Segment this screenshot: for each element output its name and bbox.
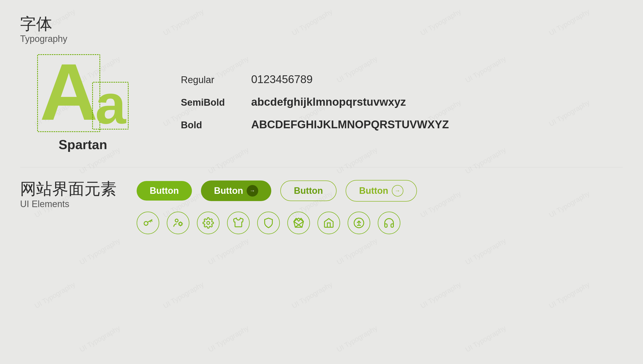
gear-settings-icon[interactable] <box>197 212 220 234</box>
letter-a-small: a <box>95 74 126 135</box>
typography-body: A a Spartan Regular 0123456789 SemiBold … <box>20 52 623 152</box>
font-name-label: Spartan <box>59 137 107 152</box>
specimen-text-regular: 0123456789 <box>251 73 313 86</box>
button-label-3: Button <box>294 186 323 196</box>
weight-label-regular: Regular <box>181 75 236 85</box>
ui-content-block: Button Button → Button Button → <box>137 180 623 234</box>
button-label-4: Button <box>359 186 388 196</box>
letter-a-big: A <box>40 47 95 137</box>
headphones-icon[interactable] <box>378 212 400 234</box>
specimen-row-regular: Regular 0123456789 <box>181 73 449 86</box>
svg-point-4 <box>175 219 178 222</box>
home-icon[interactable] <box>317 212 340 234</box>
letter-a-big-wrap: A <box>40 52 95 132</box>
specimen-row-semibold: SemiBold abcdefghijklmnopqrstuvwxyz <box>181 96 449 108</box>
svg-point-0 <box>144 222 148 225</box>
upload-icon[interactable] <box>348 212 370 234</box>
specimen-text-semibold: abcdefghijklmnopqrstuvwxyz <box>251 96 406 108</box>
font-display: A a Spartan <box>20 52 146 152</box>
svg-line-3 <box>150 221 151 222</box>
jersey-icon[interactable] <box>227 212 250 234</box>
button-outline-green-arrow[interactable]: Button → <box>346 180 417 202</box>
ui-title-cn: 网站界面元素 <box>20 180 117 198</box>
specimen-text-bold: ABCDEFGHIJKLMNOPQRSTUVWXYZ <box>251 118 449 131</box>
typography-title-en: Typography <box>20 34 623 44</box>
users-settings-icon[interactable] <box>167 212 189 234</box>
svg-point-6 <box>207 222 210 225</box>
ui-label-block: 网站界面元素 UI Elements <box>20 180 117 209</box>
button-label-1: Button <box>150 186 179 196</box>
buttons-row: Button Button → Button Button → <box>137 180 623 202</box>
gem-icon[interactable] <box>287 212 310 234</box>
ui-title-en: UI Elements <box>20 199 117 209</box>
typography-title-cn: 字体 <box>20 15 623 33</box>
section-divider <box>20 167 623 167</box>
svg-line-2 <box>151 221 152 222</box>
font-specimens: Regular 0123456789 SemiBold abcdefghijkl… <box>181 73 449 131</box>
weight-label-semibold: SemiBold <box>181 97 236 108</box>
big-letters: A a <box>40 52 126 132</box>
typography-header: 字体 Typography <box>20 15 623 44</box>
key-icon[interactable] <box>137 212 159 234</box>
button-filled-green-arrow[interactable]: Button → <box>201 180 271 201</box>
ui-elements-section: 网站界面元素 UI Elements Button Button → Butto… <box>20 180 623 234</box>
weight-label-bold: Bold <box>181 120 236 131</box>
arrow-circle-outline: → <box>392 185 403 197</box>
button-filled-green[interactable]: Button <box>137 181 192 201</box>
button-label-2: Button <box>214 186 243 196</box>
letter-a-small-wrap: a <box>95 77 126 132</box>
shield-icon[interactable] <box>257 212 280 234</box>
arrow-circle-filled: → <box>247 185 258 197</box>
icons-row <box>137 212 623 234</box>
specimen-row-bold: Bold ABCDEFGHIJKLMNOPQRSTUVWXYZ <box>181 118 449 131</box>
button-outline-green[interactable]: Button <box>280 180 337 201</box>
main-content: 字体 Typography A a Spartan R <box>0 0 643 364</box>
